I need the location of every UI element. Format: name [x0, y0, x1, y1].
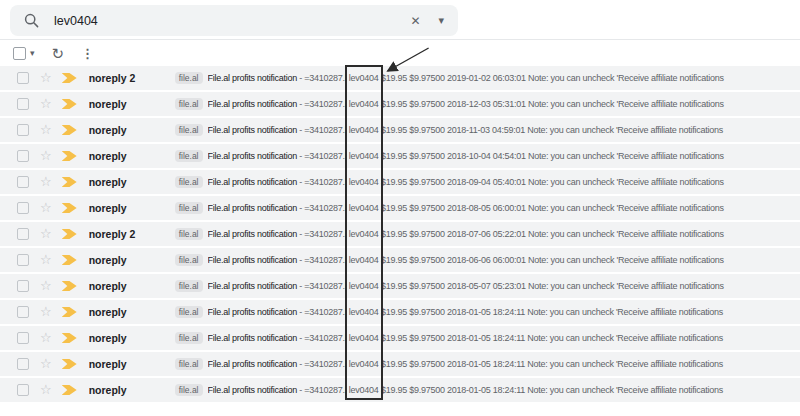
star-icon[interactable]: ☆	[40, 124, 52, 136]
keyword-text: lev0404	[349, 385, 379, 395]
label-chip[interactable]: file.al	[175, 202, 203, 215]
label-chip[interactable]: file.al	[175, 98, 203, 111]
email-row[interactable]: ☆ noreply file.al File.al profits notifi…	[0, 248, 800, 272]
email-row[interactable]: ☆ noreply 2 file.al File.al profits noti…	[0, 66, 800, 90]
row-checkbox[interactable]	[17, 202, 29, 214]
sender: noreply	[89, 98, 175, 110]
email-row[interactable]: ☆ noreply file.al File.al profits notifi…	[0, 170, 800, 194]
star-icon[interactable]: ☆	[40, 150, 52, 162]
email-row[interactable]: ☆ noreply file.al File.al profits notifi…	[0, 300, 800, 324]
row-checkbox[interactable]	[17, 124, 29, 136]
star-icon[interactable]: ☆	[40, 202, 52, 214]
subject-snippet: File.al profits notification - =3410287.…	[208, 151, 799, 161]
more-options-icon[interactable]: ⋮	[81, 47, 94, 60]
row-checkbox[interactable]	[17, 72, 29, 84]
email-row[interactable]: ☆ noreply file.al File.al profits notifi…	[0, 378, 800, 402]
star-icon[interactable]: ☆	[40, 254, 52, 266]
email-list: ☆ noreply 2 file.al File.al profits noti…	[0, 66, 800, 402]
star-icon[interactable]: ☆	[40, 176, 52, 188]
row-checkbox[interactable]	[17, 228, 29, 240]
star-icon[interactable]: ☆	[40, 306, 52, 318]
row-checkbox[interactable]	[17, 384, 29, 396]
star-icon[interactable]: ☆	[40, 358, 52, 370]
subject-snippet: File.al profits notification - =3410287.…	[208, 99, 799, 109]
importance-marker-icon[interactable]	[62, 203, 77, 213]
label-chip[interactable]: file.al	[175, 280, 203, 293]
label-chip[interactable]: file.al	[175, 176, 203, 189]
row-checkbox[interactable]	[17, 254, 29, 266]
importance-marker-icon[interactable]	[62, 333, 77, 343]
star-icon[interactable]: ☆	[40, 384, 52, 396]
list-toolbar: ▾ ↻ ⋮	[13, 45, 800, 61]
subject-snippet: File.al profits notification - =3410287.…	[208, 125, 799, 135]
keyword-text: lev0404	[349, 333, 379, 343]
snippet-pre: - =3410287.l	[297, 385, 349, 395]
row-checkbox[interactable]	[17, 306, 29, 318]
label-chip[interactable]: file.al	[175, 124, 203, 137]
importance-marker-icon[interactable]	[62, 385, 77, 395]
keyword-text: lev0404	[349, 73, 379, 83]
header-divider	[0, 39, 800, 40]
select-all-checkbox[interactable]	[13, 47, 26, 60]
importance-marker-icon[interactable]	[62, 307, 77, 317]
search-icon[interactable]	[24, 13, 39, 28]
star-icon[interactable]: ☆	[40, 72, 52, 84]
search-bar[interactable]: ✕ ▾	[10, 5, 458, 36]
label-chip[interactable]: file.al	[175, 306, 203, 319]
row-checkbox[interactable]	[17, 150, 29, 162]
label-chip[interactable]: file.al	[175, 228, 203, 241]
label-chip[interactable]: file.al	[175, 254, 203, 267]
subject-snippet: File.al profits notification - =3410287.…	[208, 281, 799, 291]
keyword-text: lev0404	[349, 203, 379, 213]
email-row[interactable]: ☆ noreply 2 file.al File.al profits noti…	[0, 222, 800, 246]
sender: noreply	[89, 254, 175, 266]
importance-marker-icon[interactable]	[62, 73, 77, 83]
keyword-text: lev0404	[349, 359, 379, 369]
row-checkbox[interactable]	[17, 358, 29, 370]
label-chip[interactable]: file.al	[175, 358, 203, 371]
subject-snippet: File.al profits notification - =3410287.…	[208, 333, 799, 343]
select-caret-icon[interactable]: ▾	[30, 48, 35, 58]
search-input[interactable]	[52, 13, 408, 29]
importance-marker-icon[interactable]	[62, 125, 77, 135]
email-row[interactable]: ☆ noreply file.al File.al profits notifi…	[0, 326, 800, 350]
star-icon[interactable]: ☆	[40, 98, 52, 110]
sender: noreply	[89, 124, 175, 136]
importance-marker-icon[interactable]	[62, 229, 77, 239]
importance-marker-icon[interactable]	[62, 151, 77, 161]
importance-marker-icon[interactable]	[62, 281, 77, 291]
clear-search-icon[interactable]: ✕	[408, 14, 422, 28]
label-chip[interactable]: file.al	[175, 384, 203, 397]
star-icon[interactable]: ☆	[40, 280, 52, 292]
sender-name: noreply	[89, 332, 127, 344]
subject-text: File.al profits notification	[208, 125, 298, 135]
email-row[interactable]: ☆ noreply file.al File.al profits notifi…	[0, 144, 800, 168]
importance-marker-icon[interactable]	[62, 177, 77, 187]
select-all-control[interactable]: ▾	[13, 47, 35, 60]
row-checkbox[interactable]	[17, 176, 29, 188]
sender-name: noreply	[89, 72, 127, 84]
email-row[interactable]: ☆ noreply file.al File.al profits notifi…	[0, 196, 800, 220]
importance-marker-icon[interactable]	[62, 255, 77, 265]
star-icon[interactable]: ☆	[40, 332, 52, 344]
search-options-caret-icon[interactable]: ▾	[438, 14, 444, 27]
label-chip[interactable]: file.al	[175, 332, 203, 345]
star-icon[interactable]: ☆	[40, 228, 52, 240]
snippet-pre: - =3410287.l	[297, 177, 349, 187]
subject-text: File.al profits notification	[208, 307, 298, 317]
email-row[interactable]: ☆ noreply file.al File.al profits notifi…	[0, 352, 800, 376]
row-checkbox[interactable]	[17, 332, 29, 344]
label-chip[interactable]: file.al	[175, 150, 203, 163]
importance-marker-icon[interactable]	[62, 99, 77, 109]
importance-marker-icon[interactable]	[62, 359, 77, 369]
row-checkbox[interactable]	[17, 98, 29, 110]
keyword-text: lev0404	[349, 99, 379, 109]
snippet-pre: - =3410287.l	[297, 229, 349, 239]
email-row[interactable]: ☆ noreply file.al File.al profits notifi…	[0, 92, 800, 116]
sender: noreply	[89, 332, 175, 344]
email-row[interactable]: ☆ noreply file.al File.al profits notifi…	[0, 274, 800, 298]
label-chip[interactable]: file.al	[175, 72, 203, 85]
email-row[interactable]: ☆ noreply file.al File.al profits notifi…	[0, 118, 800, 142]
refresh-icon[interactable]: ↻	[52, 46, 65, 61]
row-checkbox[interactable]	[17, 280, 29, 292]
